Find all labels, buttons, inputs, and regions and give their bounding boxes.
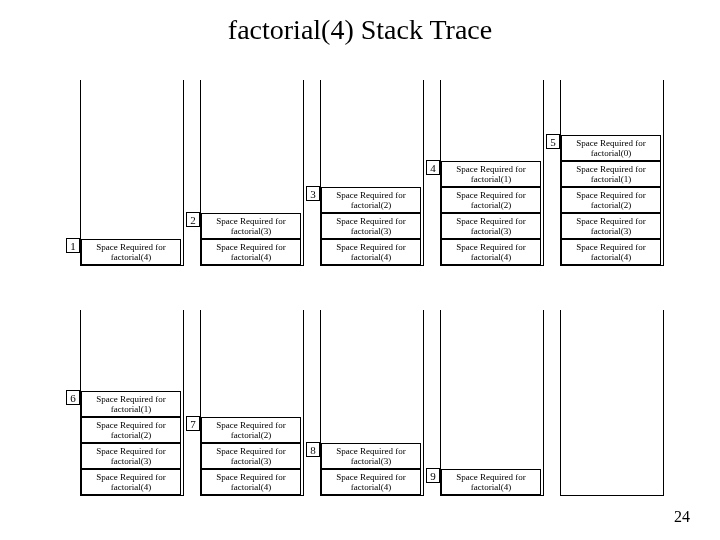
step-label: 8 (306, 442, 320, 457)
step-label: 9 (426, 468, 440, 483)
stack-frame: Space Required for factorial(2) (561, 187, 661, 213)
stack-frame: Space Required for factorial(2) (321, 187, 421, 213)
stack-frame: Space Required for factorial(4) (561, 239, 661, 265)
stack-frame: Space Required for factorial(4) (81, 469, 181, 495)
stack-frame: Space Required for factorial(2) (201, 417, 301, 443)
stack-frame: Space Required for factorial(3) (321, 443, 421, 469)
stack-frame: Space Required for factorial(4) (201, 469, 301, 495)
stack-frame: Space Required for factorial(1) (561, 161, 661, 187)
stack-frame: Space Required for factorial(1) (441, 161, 541, 187)
stack-frame: Space Required for factorial(4) (321, 239, 421, 265)
slide-title: factorial(4) Stack Trace (0, 14, 720, 46)
slide: factorial(4) Stack Trace 24 Space Requir… (0, 0, 720, 540)
step-label: 5 (546, 134, 560, 149)
stack-frame: Space Required for factorial(4) (81, 239, 181, 265)
stack-column (560, 310, 664, 496)
stack-frame: Space Required for factorial(0) (561, 135, 661, 161)
page-number: 24 (674, 508, 690, 526)
stack-frame: Space Required for factorial(4) (321, 469, 421, 495)
step-label: 6 (66, 390, 80, 405)
stack-frame: Space Required for factorial(3) (81, 443, 181, 469)
step-label: 4 (426, 160, 440, 175)
stack-frame: Space Required for factorial(3) (561, 213, 661, 239)
stack-frame: Space Required for factorial(3) (441, 213, 541, 239)
stack-frame: Space Required for factorial(3) (201, 443, 301, 469)
stack-frame: Space Required for factorial(2) (441, 187, 541, 213)
stack-frame: Space Required for factorial(3) (321, 213, 421, 239)
step-label: 2 (186, 212, 200, 227)
stack-frame: Space Required for factorial(1) (81, 391, 181, 417)
step-label: 3 (306, 186, 320, 201)
stack-frame: Space Required for factorial(4) (441, 239, 541, 265)
stack-frame: Space Required for factorial(2) (81, 417, 181, 443)
stack-frame: Space Required for factorial(3) (201, 213, 301, 239)
step-label: 1 (66, 238, 80, 253)
step-label: 7 (186, 416, 200, 431)
stack-frame: Space Required for factorial(4) (441, 469, 541, 495)
stack-frame: Space Required for factorial(4) (201, 239, 301, 265)
